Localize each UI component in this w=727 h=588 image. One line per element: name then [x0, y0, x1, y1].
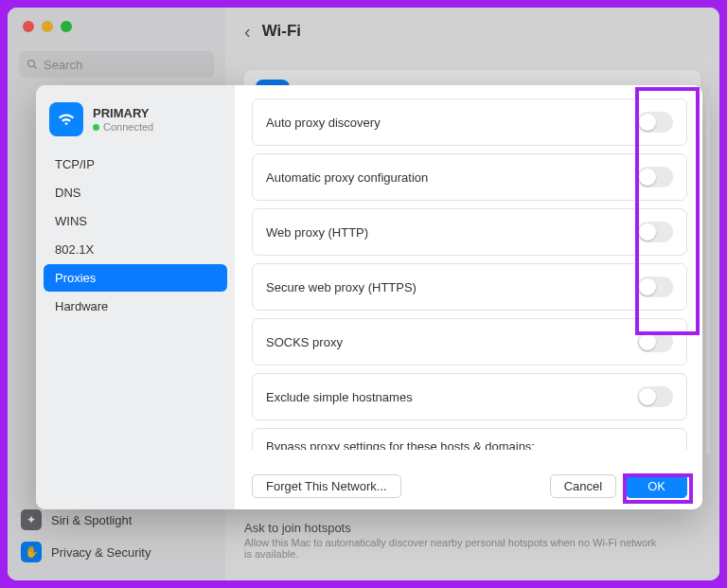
proxy-row-auto-discovery: Auto proxy discovery	[252, 98, 687, 146]
tab-proxies[interactable]: Proxies	[44, 264, 227, 292]
proxy-row-socks: SOCKS proxy	[252, 318, 687, 365]
tab-hardware[interactable]: Hardware	[44, 293, 227, 320]
bypass-hosts-row[interactable]: Bypass proxy settings for these hosts & …	[252, 428, 687, 450]
proxy-row-auto-config: Automatic proxy configuration	[252, 153, 687, 201]
cancel-button[interactable]: Cancel	[550, 474, 616, 498]
network-settings-modal: PRIMARY Connected TCP/IP DNS WINS 802.1X…	[36, 85, 702, 509]
tab-dns[interactable]: DNS	[44, 179, 227, 206]
modal-footer: Forget This Network... Cancel OK	[252, 465, 687, 498]
modal-sidebar: PRIMARY Connected TCP/IP DNS WINS 802.1X…	[36, 85, 235, 509]
network-header: PRIMARY Connected	[42, 98, 229, 150]
wifi-icon	[49, 102, 83, 136]
toggle-exclude-simple[interactable]	[637, 386, 673, 407]
proxy-row-https: Secure web proxy (HTTPS)	[252, 263, 687, 311]
network-status: Connected	[93, 121, 153, 133]
status-dot-icon	[93, 124, 99, 131]
toggle-https-proxy[interactable]	[637, 276, 673, 297]
proxy-row-exclude-simple: Exclude simple hostnames	[252, 373, 687, 420]
proxy-row-http: Web proxy (HTTP)	[252, 208, 687, 256]
toggle-http-proxy[interactable]	[637, 222, 673, 242]
toggle-auto-config[interactable]	[637, 167, 673, 187]
tab-wins[interactable]: WINS	[44, 207, 227, 235]
proxy-settings-list: Auto proxy discovery Automatic proxy con…	[252, 98, 687, 450]
tab-tcpip[interactable]: TCP/IP	[44, 151, 227, 178]
tab-8021x[interactable]: 802.1X	[44, 236, 227, 263]
scrollbar[interactable]	[706, 85, 710, 454]
forget-network-button[interactable]: Forget This Network...	[252, 474, 401, 498]
ok-button[interactable]: OK	[626, 474, 687, 498]
toggle-socks-proxy[interactable]	[637, 331, 673, 352]
modal-content: Auto proxy discovery Automatic proxy con…	[235, 85, 702, 509]
bypass-title: Bypass proxy settings for these hosts & …	[266, 439, 673, 450]
settings-window: Search ✦ Siri & Spotlight ✋ Privacy & Se…	[8, 8, 719, 580]
toggle-auto-discovery[interactable]	[637, 112, 673, 133]
network-name: PRIMARY	[93, 106, 153, 120]
